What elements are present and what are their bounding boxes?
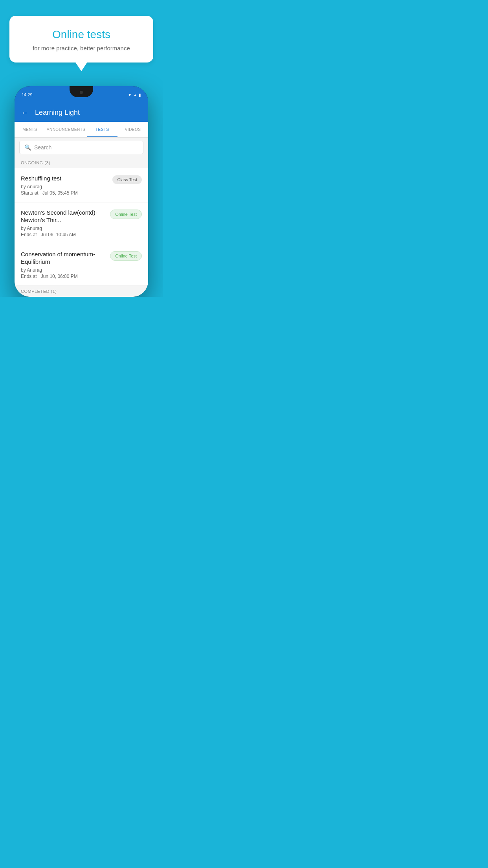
test-item[interactable]: Reshuffling test by Anurag Starts at Jul… (15, 168, 148, 202)
app-bar: ← Learning Light (15, 103, 148, 122)
test-author: by Anurag (21, 184, 108, 189)
status-icons: ▼ ▲ ▮ (128, 93, 141, 97)
phone-screen: MENTS ANNOUNCEMENTS TESTS VIDEOS 🔍 Searc… (15, 122, 148, 297)
promo-subtitle: for more practice, better performance (20, 45, 142, 51)
status-time: 14:29 (22, 92, 33, 97)
tabs-bar: MENTS ANNOUNCEMENTS TESTS VIDEOS (15, 122, 148, 138)
tab-announcements[interactable]: ANNOUNCEMENTS (45, 122, 87, 137)
test-badge-online: Online Test (110, 251, 142, 261)
ongoing-header: ONGOING (3) (15, 157, 148, 168)
camera (80, 91, 83, 94)
test-item[interactable]: Conservation of momentum-Equilibrium by … (15, 244, 148, 286)
notch (70, 86, 93, 97)
signal-icon: ▲ (133, 93, 137, 97)
promo-title: Online tests (20, 28, 142, 41)
test-info: Newton's Second law(contd)-Newton's Thir… (21, 209, 110, 237)
search-box[interactable]: 🔍 Search (19, 141, 143, 154)
promo-section: Online tests for more practice, better p… (0, 0, 163, 63)
tab-videos[interactable]: VIDEOS (117, 122, 148, 137)
tab-ments[interactable]: MENTS (15, 122, 45, 137)
test-time: Ends at Jul 06, 10:45 AM (21, 232, 105, 237)
test-title: Conservation of momentum-Equilibrium (21, 250, 105, 266)
test-time: Ends at Jun 10, 06:00 PM (21, 274, 105, 279)
status-bar: 14:29 ▼ ▲ ▮ (15, 86, 148, 103)
phone-frame: 14:29 ▼ ▲ ▮ ← Learning Light MENTS ANNOU… (15, 86, 148, 297)
search-icon: 🔍 (24, 144, 31, 151)
search-container: 🔍 Search (15, 138, 148, 157)
speech-bubble: Online tests for more practice, better p… (9, 16, 153, 63)
completed-header: COMPLETED (1) (15, 286, 148, 297)
test-title: Newton's Second law(contd)-Newton's Thir… (21, 209, 105, 224)
test-item[interactable]: Newton's Second law(contd)-Newton's Thir… (15, 202, 148, 244)
phone-mockup: 14:29 ▼ ▲ ▮ ← Learning Light MENTS ANNOU… (15, 86, 148, 297)
app-title: Learning Light (35, 108, 80, 117)
tests-list: Reshuffling test by Anurag Starts at Jul… (15, 168, 148, 286)
test-info: Reshuffling test by Anurag Starts at Jul… (21, 175, 112, 196)
back-button[interactable]: ← (21, 108, 29, 117)
test-author: by Anurag (21, 226, 105, 231)
search-placeholder: Search (34, 144, 51, 151)
tab-tests[interactable]: TESTS (87, 122, 117, 137)
test-title: Reshuffling test (21, 175, 108, 182)
test-badge-class: Class Test (112, 175, 142, 184)
test-info: Conservation of momentum-Equilibrium by … (21, 250, 110, 279)
test-time: Starts at Jul 05, 05:45 PM (21, 190, 108, 196)
test-author: by Anurag (21, 267, 105, 273)
test-badge-online: Online Test (110, 210, 142, 219)
wifi-icon: ▼ (128, 93, 132, 97)
battery-icon: ▮ (139, 93, 141, 97)
